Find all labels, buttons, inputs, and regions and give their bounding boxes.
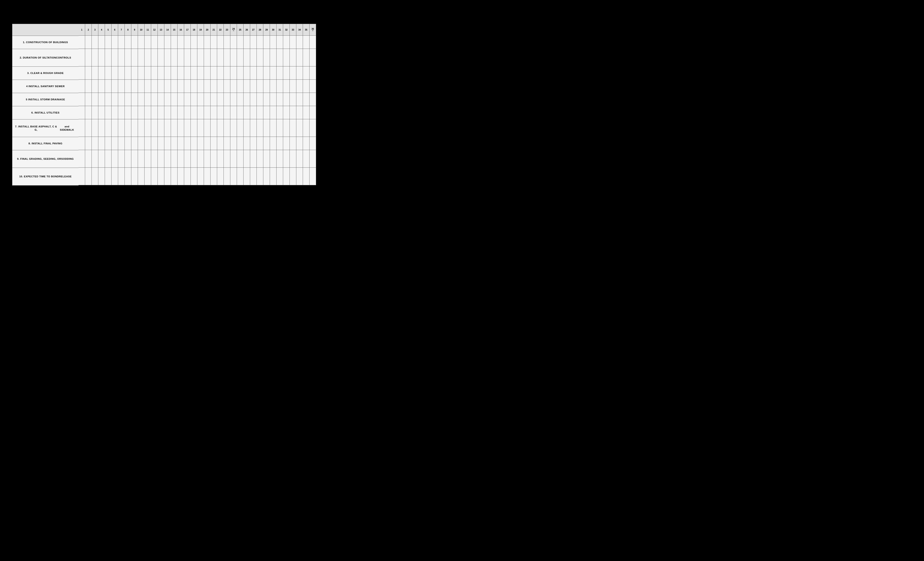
cell-task8-month14 [164, 137, 171, 150]
cell-task4-month17 [184, 80, 191, 93]
cell-task9-month23 [224, 150, 230, 168]
cell-task5-month34 [296, 93, 303, 106]
cell-task3-month19 [197, 66, 204, 80]
cell-task6-month1 [78, 106, 85, 119]
cell-task3-month7 [118, 66, 125, 80]
cell-task1-month30 [270, 36, 276, 49]
cell-task3-month36 [309, 66, 316, 80]
data-row-9 [78, 150, 316, 168]
cell-task2-month14 [164, 49, 171, 66]
cell-task10-month16 [177, 168, 184, 185]
cell-task9-month13 [158, 150, 164, 168]
cell-task4-month3 [92, 80, 98, 93]
cell-task8-month34 [296, 137, 303, 150]
cell-task8-month32 [283, 137, 290, 150]
cell-task7-month17 [184, 119, 191, 137]
cell-task6-month6 [111, 106, 118, 119]
cell-task2-month16 [177, 49, 184, 66]
cell-task3-month18 [191, 66, 197, 80]
cell-task9-month8 [125, 150, 131, 168]
cell-task4-month15 [171, 80, 177, 93]
task-row-6: 6. INSTALL UTILITIES [12, 106, 78, 120]
cell-task6-month25 [237, 106, 243, 119]
cell-task1-month35 [303, 36, 309, 49]
cell-task3-month33 [290, 66, 296, 80]
cell-task6-month31 [276, 106, 283, 119]
cell-task1-month20 [204, 36, 210, 49]
cell-task7-month20 [204, 119, 210, 137]
cell-task1-month13 [158, 36, 164, 49]
task-row-7: 7. INSTALL BASE ASPHALT, C & G,and SIDEW… [12, 120, 78, 137]
cell-task4-month25 [237, 80, 243, 93]
cell-task7-month33 [290, 119, 296, 137]
cell-task10-month15 [171, 168, 177, 185]
cell-task2-month27 [250, 49, 257, 66]
cell-task9-month21 [210, 150, 217, 168]
cell-task3-month21 [210, 66, 217, 80]
cell-task4-month5 [105, 80, 111, 93]
cell-task1-month14 [164, 36, 171, 49]
cell-task3-month23 [224, 66, 230, 80]
cell-task2-month8 [125, 49, 131, 66]
cell-task6-month32 [283, 106, 290, 119]
task-row-5: 5 INSTALL STORM DRAINAGE [12, 93, 78, 106]
cell-task1-month27 [250, 36, 257, 49]
cell-task6-month5 [105, 106, 111, 119]
cell-task9-month31 [276, 150, 283, 168]
cell-task2-month25 [237, 49, 243, 66]
cell-task10-month21 [210, 168, 217, 185]
cell-task1-month3 [92, 36, 98, 49]
cell-task5-month10 [138, 93, 144, 106]
month-header-1: 1 [78, 24, 85, 36]
cell-task8-month11 [144, 137, 151, 150]
cell-task5-month6 [111, 93, 118, 106]
cell-task2-month15 [171, 49, 177, 66]
data-row-3 [78, 66, 316, 80]
cell-task2-month19 [197, 49, 204, 66]
cell-task2-month18 [191, 49, 197, 66]
cell-task6-month4 [98, 106, 105, 119]
cell-task3-month29 [263, 66, 270, 80]
cell-task5-month18 [191, 93, 197, 106]
cell-task3-month25 [237, 66, 243, 80]
cell-task7-month7 [118, 119, 125, 137]
cell-task1-month24 [230, 36, 237, 49]
cell-task7-month19 [197, 119, 204, 137]
month-header-22: 22 [217, 24, 224, 36]
cell-task4-month35 [303, 80, 309, 93]
cell-task10-month8 [125, 168, 131, 185]
cell-task1-month17 [184, 36, 191, 49]
cell-task5-month21 [210, 93, 217, 106]
months-data [78, 36, 316, 185]
month-header-9: 9 [131, 24, 138, 36]
cell-task1-month26 [243, 36, 250, 49]
cell-task2-month10 [138, 49, 144, 66]
cell-task8-month6 [111, 137, 118, 150]
cell-task6-month22 [217, 106, 224, 119]
cell-task2-month20 [204, 49, 210, 66]
cell-task4-month26 [243, 80, 250, 93]
cell-task6-month11 [144, 106, 151, 119]
cell-task10-month35 [303, 168, 309, 185]
cell-task8-month10 [138, 137, 144, 150]
cell-task6-month21 [210, 106, 217, 119]
cell-task4-month4 [98, 80, 105, 93]
cell-task10-month18 [191, 168, 197, 185]
cell-task6-month14 [164, 106, 171, 119]
cell-task6-month34 [296, 106, 303, 119]
cell-task2-month26 [243, 49, 250, 66]
cell-task3-month5 [105, 66, 111, 80]
cell-task9-month34 [296, 150, 303, 168]
cell-task4-month2 [85, 80, 92, 93]
cell-task7-month9 [131, 119, 138, 137]
cell-task1-month6 [111, 36, 118, 49]
cell-task3-month34 [296, 66, 303, 80]
cell-task1-month10 [138, 36, 144, 49]
cell-task6-month13 [158, 106, 164, 119]
cell-task5-month2 [85, 93, 92, 106]
cell-task4-month23 [224, 80, 230, 93]
cell-task10-month31 [276, 168, 283, 185]
cell-task10-month20 [204, 168, 210, 185]
cell-task9-month27 [250, 150, 257, 168]
cell-task8-month8 [125, 137, 131, 150]
